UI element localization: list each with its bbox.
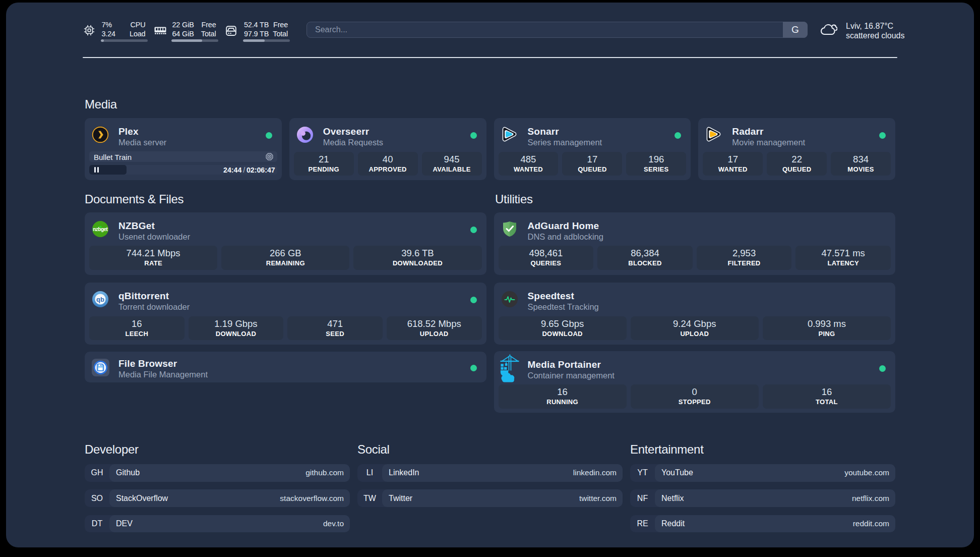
svg-text:qb: qb (96, 296, 104, 303)
svg-text:nzbget: nzbget (93, 226, 108, 232)
